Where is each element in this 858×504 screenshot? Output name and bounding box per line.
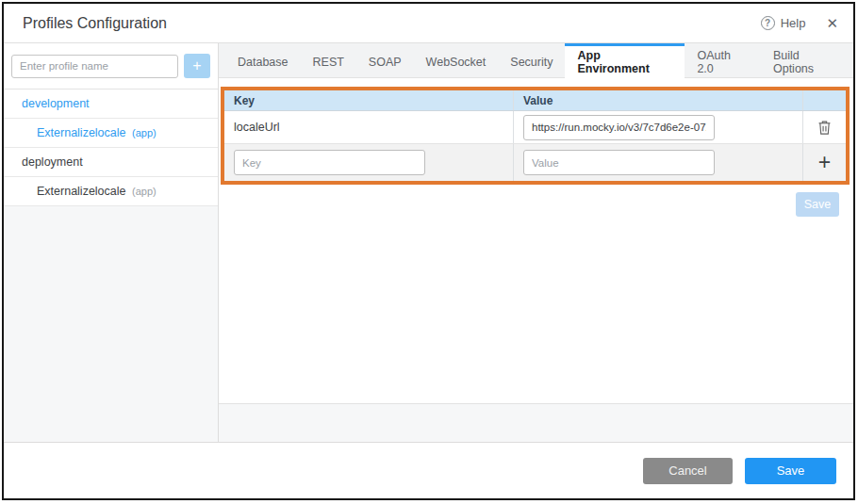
profile-list: development Externalizelocale (app) depl… <box>4 89 218 206</box>
sidebar-item-label: Externalizelocale <box>37 126 126 139</box>
new-key-cell <box>224 144 514 181</box>
key-column-header: Key <box>224 90 514 110</box>
tab-bar: Database REST SOAP WebSocket Security Ap… <box>219 43 853 78</box>
add-profile-section: + <box>4 43 218 89</box>
bottom-strip <box>219 404 853 442</box>
add-profile-button[interactable]: + <box>184 54 210 78</box>
highlight-box: Key Value localeUrl <box>221 87 850 185</box>
value-cell <box>514 111 803 143</box>
close-icon[interactable]: ✕ <box>826 16 838 30</box>
table-row: localeUrl <box>224 111 846 144</box>
add-row-icon: + <box>818 152 831 173</box>
tab-build-options[interactable]: Build Options <box>761 43 853 77</box>
new-entry-row: + <box>224 144 846 181</box>
main-pane: Database REST SOAP WebSocket Security Ap… <box>219 43 853 442</box>
dialog-body: + development Externalizelocale (app) de… <box>4 43 853 442</box>
tab-database[interactable]: Database <box>225 43 301 77</box>
help-button[interactable]: ? Help <box>761 16 806 30</box>
key-cell: localeUrl <box>224 111 514 143</box>
delete-row-button[interactable] <box>803 111 846 143</box>
sidebar-item-externalizelocale-deploy[interactable]: Externalizelocale (app) <box>4 177 218 206</box>
app-environment-panel: Key Value localeUrl <box>219 78 853 404</box>
dialog-footer: Cancel Save <box>4 442 853 498</box>
save-button[interactable]: Save <box>745 458 836 484</box>
sidebar-item-label: Externalizelocale <box>37 185 126 198</box>
tab-security[interactable]: Security <box>498 43 565 77</box>
help-label: Help <box>781 16 806 30</box>
dialog-title: Profiles Configuration <box>23 15 167 32</box>
sidebar-item-externalizelocale-dev[interactable]: Externalizelocale (app) <box>4 119 218 148</box>
tab-rest[interactable]: REST <box>301 43 356 77</box>
new-key-input[interactable] <box>234 150 425 175</box>
value-column-header: Value <box>514 90 803 110</box>
env-variables-table: Key Value localeUrl <box>224 90 846 181</box>
sidebar-item-label: development <box>22 97 90 110</box>
plus-icon: + <box>192 57 201 73</box>
titlebar-actions: ? Help ✕ <box>761 16 838 30</box>
table-save-button[interactable]: Save <box>796 192 839 217</box>
profile-name-input[interactable] <box>11 55 178 78</box>
help-icon: ? <box>761 16 775 30</box>
tab-app-environment[interactable]: App Environment <box>565 43 685 78</box>
title-bar: Profiles Configuration ? Help ✕ <box>4 4 853 43</box>
tab-websocket[interactable]: WebSocket <box>414 43 499 77</box>
tab-oauth[interactable]: OAuth 2.0 <box>685 43 761 77</box>
sidebar-item-deployment[interactable]: deployment <box>4 148 218 177</box>
profiles-configuration-dialog: Profiles Configuration ? Help ✕ + develo… <box>2 2 855 500</box>
sidebar-item-development[interactable]: development <box>4 89 218 119</box>
profiles-sidebar: + development Externalizelocale (app) de… <box>4 43 219 442</box>
cancel-button[interactable]: Cancel <box>643 458 733 484</box>
sidebar-item-label: deployment <box>22 155 83 169</box>
table-header-row: Key Value <box>224 90 846 111</box>
sidebar-item-suffix: (app) <box>132 127 157 138</box>
value-input[interactable] <box>523 115 715 140</box>
sidebar-item-suffix: (app) <box>132 186 157 197</box>
new-value-cell <box>514 144 803 181</box>
tab-soap[interactable]: SOAP <box>356 43 414 77</box>
add-row-button[interactable]: + <box>803 144 846 181</box>
actions-column-header <box>803 90 846 110</box>
new-value-input[interactable] <box>523 150 715 175</box>
trash-icon <box>817 120 832 136</box>
